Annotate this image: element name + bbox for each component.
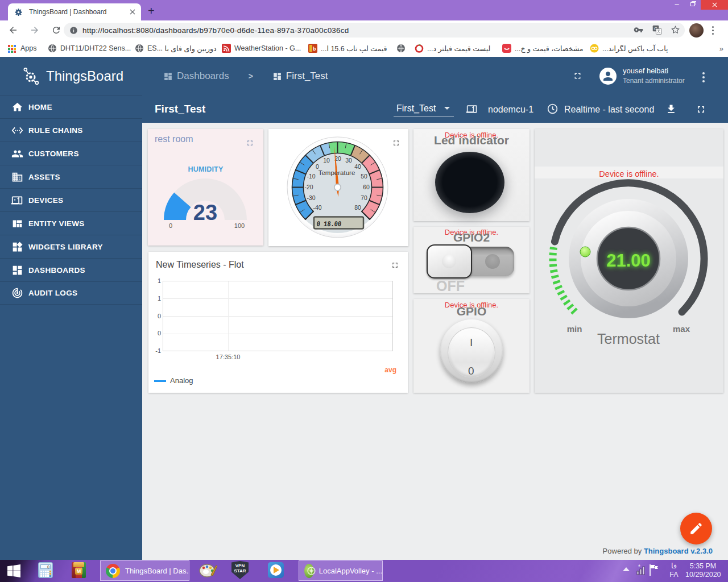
svg-text:Temperature: Temperature <box>318 169 355 176</box>
svg-text:*: * <box>638 564 640 570</box>
svg-text:min: min <box>567 324 582 334</box>
svg-text:-40: -40 <box>313 204 321 211</box>
svg-text:80: 80 <box>354 204 361 211</box>
svg-text:100: 100 <box>234 222 245 229</box>
svg-text:23: 23 <box>193 201 217 225</box>
svg-text:-30: -30 <box>307 194 315 201</box>
svg-text:10: 10 <box>323 157 330 164</box>
svg-text:30: 30 <box>345 157 352 164</box>
svg-text:Termostat: Termostat <box>597 331 660 347</box>
svg-text:21.00: 21.00 <box>606 251 651 271</box>
svg-text:max: max <box>673 324 690 334</box>
svg-text:60: 60 <box>363 184 370 190</box>
svg-text:b: b <box>313 46 316 52</box>
svg-text:50: 50 <box>361 173 367 180</box>
svg-text:70: 70 <box>361 194 367 201</box>
svg-text:0 18.00: 0 18.00 <box>316 220 342 228</box>
svg-text:0: 0 <box>169 222 172 229</box>
svg-text:-10: -10 <box>307 173 315 180</box>
svg-text:40: 40 <box>354 163 361 170</box>
svg-text:-20: -20 <box>304 184 313 190</box>
